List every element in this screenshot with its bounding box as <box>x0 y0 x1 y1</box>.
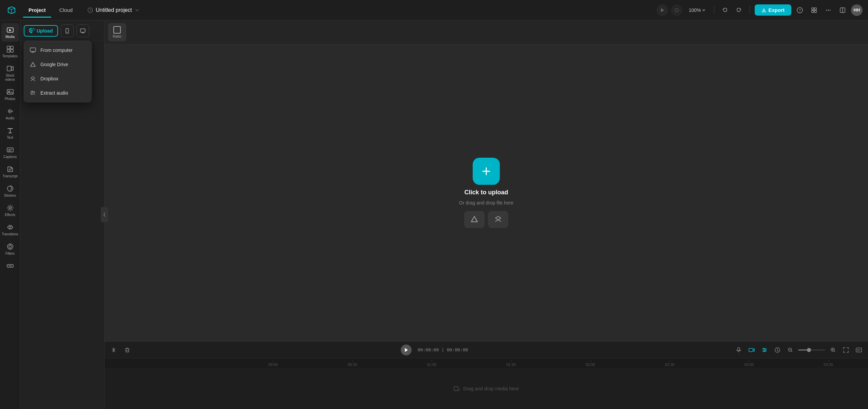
preview-end-button[interactable] <box>671 4 682 16</box>
svg-point-9 <box>828 9 829 11</box>
svg-point-29 <box>9 245 12 248</box>
tab-project[interactable]: Project <box>23 5 51 15</box>
ruler-mark-3: 01:30 <box>471 363 551 367</box>
layout-button[interactable] <box>808 4 820 16</box>
preview-play-button[interactable] <box>657 4 668 16</box>
timeline-levels-button[interactable] <box>759 345 770 355</box>
canvas-service-buttons <box>464 211 508 228</box>
sidebar-item-filters[interactable]: Filters <box>1 240 19 258</box>
redo-button[interactable] <box>733 4 745 16</box>
extract-audio-option[interactable]: Extract audio <box>24 86 91 100</box>
sidebar-item-transcript[interactable]: Transcript <box>1 162 19 181</box>
sidebar-item-audio[interactable]: Audio <box>1 104 19 123</box>
sidebar-item-text[interactable]: Text <box>1 124 19 142</box>
photos-icon <box>6 88 14 96</box>
timeline-play-button[interactable] <box>401 345 412 355</box>
timeline-right-controls <box>734 345 864 355</box>
sidebar-item-filters-label: Filters <box>5 252 15 256</box>
svg-text:?: ? <box>799 8 801 12</box>
sidebar-item-audio-label: Audio <box>6 116 15 120</box>
sidebar-item-stickers[interactable]: Stickers <box>1 182 19 200</box>
canvas-area: Ratio Click to upload Or drag and drop f… <box>105 20 868 341</box>
sidebar-item-media[interactable]: Media <box>1 23 19 42</box>
sidebar-item-transitions[interactable]: Transitions <box>1 220 19 239</box>
svg-rect-43 <box>749 348 753 352</box>
svg-rect-4 <box>812 8 814 10</box>
timeline-zoom-slider-thumb[interactable] <box>807 348 811 352</box>
panel-toggle-button[interactable] <box>837 4 848 16</box>
svg-point-1 <box>675 8 678 12</box>
svg-rect-17 <box>11 50 13 52</box>
google-drive-icon <box>30 61 36 68</box>
sidebar-item-photos-label: Photos <box>5 97 15 101</box>
audio-icon <box>6 107 14 115</box>
timeline-zoom-out-button[interactable] <box>785 345 795 355</box>
sidebar-item-templates[interactable]: Templates <box>1 42 19 61</box>
panel-collapse-handle[interactable] <box>101 207 108 222</box>
ratio-button[interactable]: Ratio <box>108 23 126 41</box>
mobile-upload-button[interactable] <box>61 24 74 37</box>
timeline-mic-button[interactable] <box>734 345 744 355</box>
sidebar-item-templates-label: Templates <box>2 54 18 58</box>
timeline-caption-button[interactable] <box>854 345 864 355</box>
drag-drop-label: Drag and drop media here <box>463 386 518 391</box>
timeline-clock-button[interactable] <box>772 345 782 355</box>
upload-button[interactable]: Upload <box>24 25 58 37</box>
help-button[interactable]: ? <box>794 4 806 16</box>
canvas-timeline-area: Ratio Click to upload Or drag and drop f… <box>105 20 868 409</box>
screen-record-button[interactable] <box>76 24 89 37</box>
ruler-mark-5: 02:30 <box>630 363 710 367</box>
from-computer-option[interactable]: From computer <box>24 43 91 57</box>
dropbox-option[interactable]: Dropbox <box>24 72 91 86</box>
svg-point-35 <box>67 32 68 33</box>
timeline-fullscreen-button[interactable] <box>841 345 851 355</box>
computer-icon <box>30 47 36 54</box>
ruler-mark-0: 00:00 <box>233 363 313 367</box>
sidebar-item-stickers-label: Stickers <box>4 194 16 198</box>
avatar[interactable]: HH <box>851 4 863 16</box>
svg-point-48 <box>765 349 766 351</box>
stickers-icon <box>6 184 14 193</box>
canvas-google-drive-button[interactable] <box>464 211 485 228</box>
templates-icon <box>6 45 14 53</box>
export-button[interactable]: Export <box>755 4 791 16</box>
svg-rect-6 <box>812 11 814 13</box>
svg-rect-21 <box>7 148 13 152</box>
svg-point-47 <box>763 348 765 349</box>
undo-button[interactable] <box>719 4 731 16</box>
google-drive-option[interactable]: Google Drive <box>24 57 91 72</box>
more-button[interactable] <box>823 4 834 16</box>
sidebar-item-captions[interactable]: Captions <box>1 143 19 162</box>
sidebar-item-stock-videos[interactable]: Stock videos <box>1 62 19 84</box>
timeline-delete-button[interactable] <box>122 345 132 355</box>
svg-rect-58 <box>856 348 862 352</box>
sidebar-item-misc[interactable] <box>1 259 19 273</box>
sidebar-item-transcript-label: Transcript <box>2 174 17 178</box>
svg-point-10 <box>830 9 831 11</box>
zoom-control[interactable]: 100% <box>685 6 710 15</box>
svg-rect-14 <box>7 46 10 49</box>
timeline-zoom-in-button[interactable] <box>828 345 838 355</box>
timeline-controls: 00:00:00 | 00:00:00 <box>105 342 868 358</box>
ruler-mark-4: 02:00 <box>551 363 630 367</box>
svg-rect-7 <box>814 11 816 13</box>
ratio-icon <box>113 26 121 34</box>
ruler-mark-7: 03:30 <box>789 363 868 367</box>
timeline-ruler: 00:00 00:30 01:00 01:30 02:00 02:30 03:0… <box>105 358 868 368</box>
filters-icon <box>6 242 14 251</box>
canvas-upload-title: Click to upload <box>464 189 508 196</box>
misc-icon <box>6 262 14 270</box>
svg-point-8 <box>826 9 827 11</box>
sidebar-item-effects[interactable]: Effects <box>1 201 19 220</box>
project-title-area[interactable]: Untitled project <box>88 7 139 13</box>
canvas-dropbox-button[interactable] <box>488 211 508 228</box>
timeline-split-button[interactable] <box>109 345 119 355</box>
sidebar-item-text-label: Text <box>7 136 13 140</box>
timeline-camera-button[interactable] <box>747 345 757 355</box>
timeline-content[interactable]: Drag and drop media here <box>105 368 868 409</box>
sidebar-item-photos[interactable]: Photos <box>1 85 19 104</box>
ratio-label: Ratio <box>113 34 121 38</box>
tab-cloud[interactable]: Cloud <box>54 5 78 15</box>
canvas-upload-button[interactable] <box>473 158 500 185</box>
svg-point-26 <box>7 186 13 191</box>
